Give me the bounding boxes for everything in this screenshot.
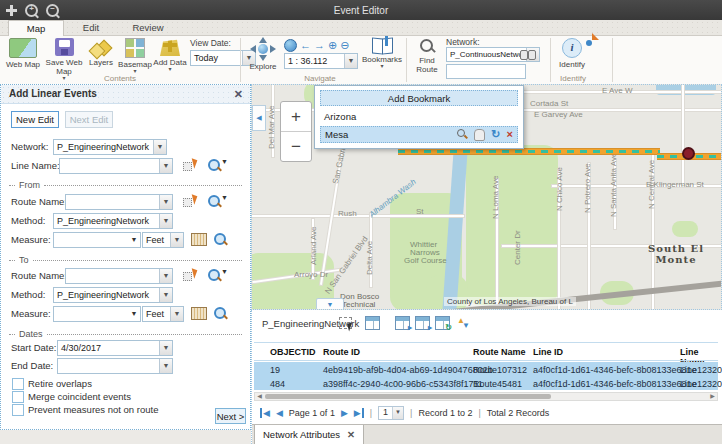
first-page-icon[interactable]: ◀	[260, 408, 270, 418]
page-number-select[interactable]: 1 ▼	[378, 406, 404, 420]
export-selected-icon[interactable]: ▸	[395, 316, 410, 330]
chevron-down-icon: ▼	[344, 54, 357, 68]
pan-icon[interactable]	[6, 5, 17, 16]
explore-button[interactable]: Explore	[246, 38, 280, 71]
to-unit-select[interactable]: Feet ▼	[142, 306, 184, 322]
scroll-left-icon[interactable]: ◀	[255, 393, 264, 400]
zoom-to-control[interactable]: ▼	[207, 194, 228, 210]
method-label: Method:	[11, 289, 45, 300]
column-header-objectid[interactable]: OBJECTID	[270, 347, 316, 357]
end-date-select[interactable]: ▼	[57, 358, 173, 374]
to-measure-input[interactable]: ▼	[53, 306, 141, 322]
bookmark-zoom-icon[interactable]	[457, 129, 468, 140]
find-route-input[interactable]	[446, 64, 526, 79]
next-edit-button[interactable]: Next Edit	[65, 111, 113, 128]
from-measure-input[interactable]: ▼	[53, 232, 141, 248]
bookmark-item-arizona[interactable]: Arizona	[320, 109, 518, 124]
new-edit-button[interactable]: New Edit	[11, 111, 59, 128]
select-on-map-icon[interactable]	[183, 159, 196, 172]
previous-page-icon[interactable]: ◀	[276, 408, 283, 418]
zoom-to-icon	[207, 268, 221, 282]
end-date-row: End Date: ▼	[1, 358, 250, 374]
select-on-map-icon[interactable]	[183, 269, 196, 282]
to-route-name-combobox[interactable]: ▼	[65, 268, 173, 284]
method-label: Method:	[11, 215, 45, 226]
bookmarks-button[interactable]: Bookmarks ▾	[362, 38, 402, 68]
from-route-name-combobox[interactable]: ▼	[65, 194, 173, 210]
column-header-route-id[interactable]: Route ID	[323, 347, 360, 357]
map-label: N Central Ave	[648, 160, 656, 209]
select-records-icon[interactable]	[338, 316, 353, 330]
zoom-out-icon[interactable]: −	[46, 4, 59, 17]
export-all-icon[interactable]: ▸	[415, 316, 430, 330]
zoom-in-icon[interactable]: +	[25, 4, 38, 17]
close-icon[interactable]: ✕	[234, 85, 243, 103]
checkbox-label: Prevent measures not on route	[28, 404, 158, 415]
next-button[interactable]: Next >	[215, 408, 246, 424]
grid-border	[254, 360, 718, 361]
page-text: Page 1 of 1	[289, 408, 335, 418]
zoom-out-icon[interactable]: ⊖	[340, 40, 349, 51]
collapse-panel-arrow[interactable]: ◀	[252, 105, 266, 131]
last-page-icon[interactable]: ▶	[354, 408, 364, 418]
measure-ruler-icon[interactable]	[191, 233, 207, 246]
horizontal-scrollbar[interactable]: ◀ ▶	[254, 392, 718, 401]
sort-icon[interactable]: ▲▼	[455, 316, 470, 330]
bookmark-refresh-icon[interactable]: ↻	[491, 129, 500, 140]
web-map-button[interactable]: Web Map	[5, 38, 41, 69]
refresh-table-icon[interactable]: ↻	[435, 316, 450, 330]
prevent-measures-checkbox[interactable]	[12, 404, 24, 416]
to-method-select[interactable]: P_EngineeringNetwork ▼	[53, 287, 173, 303]
map-view[interactable]: E Ave WCortada StE Garvey AveE Klingerma…	[251, 84, 722, 310]
next-extent-icon[interactable]: →	[314, 40, 325, 51]
zoom-to-control[interactable]: ▼	[207, 158, 228, 174]
layers-button[interactable]: Layers	[86, 38, 116, 67]
from-method-select[interactable]: P_EngineeringNetwork ▼	[53, 213, 173, 229]
bookmark-item-mesa[interactable]: Mesa ↻ ×	[320, 126, 518, 143]
zoom-in-button[interactable]: +	[281, 102, 311, 132]
attribute-grid-icon[interactable]	[365, 316, 380, 330]
tab-review[interactable]: Review	[120, 20, 176, 35]
add-bookmark-button[interactable]: Add Bookmark	[320, 90, 518, 106]
identify-button[interactable]: i Identify	[556, 38, 588, 69]
from-route-name-row: Route Name: ▼ ▼	[1, 194, 250, 210]
add-data-button[interactable]: Add Data ▾	[152, 38, 188, 71]
bookmark-remove-icon[interactable]: ×	[507, 129, 513, 140]
zoom-to-icon[interactable]	[213, 232, 227, 246]
scrollbar-thumb[interactable]	[265, 394, 551, 399]
scroll-right-icon[interactable]: ▶	[708, 393, 717, 400]
map-label: Delta Ave	[366, 241, 374, 275]
select-on-map-icon[interactable]	[183, 195, 196, 208]
retire-overlaps-checkbox[interactable]	[12, 378, 24, 390]
close-tab-icon[interactable]: ✕	[347, 429, 355, 440]
full-extent-icon[interactable]	[284, 39, 297, 52]
collapse-table-arrow[interactable]: ▼	[316, 298, 344, 310]
bookmark-pan-icon[interactable]	[474, 129, 485, 141]
to-route-name-row: Route Name: ▼ ▼	[1, 268, 250, 284]
column-header-route-name[interactable]: Route Name	[473, 347, 526, 357]
zoom-to-control[interactable]: ▼	[207, 268, 228, 284]
tab-map[interactable]: Map	[8, 20, 64, 36]
cell-route-id: 4eb9419b-af9b-4d04-ab69-1d490476802b	[323, 365, 493, 375]
zoom-to-icon[interactable]	[213, 306, 227, 320]
find-route-button[interactable]: Find Route	[410, 38, 444, 74]
start-date-select[interactable]: 4/30/2017 ▼	[57, 340, 173, 356]
checkbox-label: Merge coincident events	[28, 391, 131, 402]
column-header-line-id[interactable]: Line ID	[533, 347, 563, 357]
line-name-combobox[interactable]: ▼	[59, 158, 173, 174]
network-select[interactable]: P_EngineeringNetwork ▼	[53, 139, 167, 155]
chevron-down-icon: ▼	[159, 359, 172, 373]
zoom-in-icon[interactable]: ⊕	[328, 40, 337, 51]
ribbon-separator	[406, 38, 407, 82]
measure-ruler-icon[interactable]	[191, 307, 207, 320]
zoom-out-button[interactable]: −	[281, 132, 311, 161]
next-page-icon[interactable]: ▶	[341, 408, 348, 418]
previous-extent-icon[interactable]: ←	[300, 40, 311, 51]
merge-coincident-checkbox[interactable]	[12, 391, 24, 403]
scale-select[interactable]: 1 : 36.112 ▼	[284, 53, 358, 69]
attribute-table-area: P_EngineeringNetwork ▸ ▸ ↻ ▲▼ OBJECTID R…	[251, 310, 722, 444]
basemap-button[interactable]: Basemap ▾	[118, 38, 152, 73]
tab-network-attributes[interactable]: Network Attributes ✕	[254, 425, 364, 444]
from-unit-select[interactable]: Feet ▼	[142, 232, 184, 248]
tab-edit[interactable]: Edit	[66, 20, 116, 35]
